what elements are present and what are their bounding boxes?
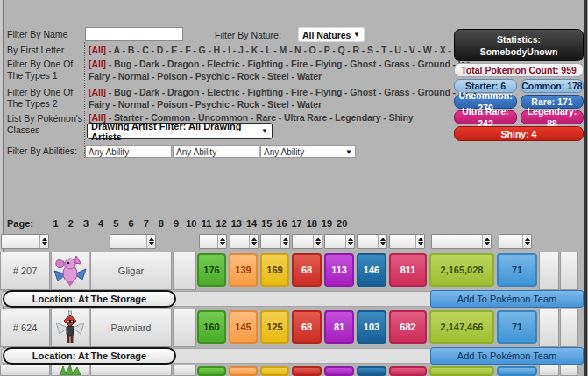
pokemon-sprite-cell[interactable]: [51, 252, 89, 290]
stat-defense: 169: [260, 253, 289, 287]
spinner-icon[interactable]: [345, 235, 354, 248]
page-link-13[interactable]: 13: [229, 218, 244, 229]
sort-spinner-sp-attack[interactable]: [292, 234, 322, 249]
stat-hp: 176: [197, 253, 226, 287]
stat-exp: 2,147,466: [429, 310, 494, 344]
stat-speed: 146: [357, 253, 386, 287]
gligar-sprite: [53, 253, 88, 288]
empty-cell: [560, 309, 578, 347]
common-count-button[interactable]: Common: 178: [521, 79, 584, 93]
types2-line2[interactable]: Fairy - Normal - Poison - Psychic - Rock…: [89, 99, 322, 110]
sort-spinner-name[interactable]: [110, 234, 156, 249]
pawniard-sprite: [53, 310, 88, 345]
spinner-icon[interactable]: [217, 235, 226, 248]
page-link-19[interactable]: 19: [319, 218, 334, 229]
sort-spinner-level[interactable]: [499, 234, 532, 249]
location-button[interactable]: Location: At The Storage: [3, 347, 176, 365]
pokemon-name[interactable]: Gligar: [90, 252, 172, 290]
ability-filter-3[interactable]: Any Ability ▼: [260, 145, 356, 158]
page-link-14[interactable]: 14: [244, 218, 259, 229]
letter-links[interactable]: [All] - A - B - C - D - E - F - G - H - …: [89, 44, 472, 56]
sort-spinner-attack[interactable]: [230, 234, 259, 249]
page-link-1[interactable]: 1: [48, 218, 63, 229]
nature-select[interactable]: All Natures ▼: [298, 27, 365, 42]
spinner-icon[interactable]: [249, 235, 258, 248]
add-to-team-button[interactable]: Add To Pokémon Team: [430, 347, 584, 365]
statistics-header-button[interactable]: Statistics: SomebodyUnown: [454, 29, 584, 61]
types1-links[interactable]: [All] - Bug - Dark - Dragon - Electric -…: [89, 58, 476, 82]
page-link-4[interactable]: 4: [94, 218, 109, 229]
stat-total: 811: [389, 253, 427, 287]
empty-cell: [173, 309, 196, 347]
page-link-6[interactable]: 6: [124, 218, 138, 229]
stat-exp: [429, 366, 494, 376]
filter-divider: [84, 42, 85, 158]
page-link-9[interactable]: 9: [169, 218, 184, 229]
pokemon-sprite-cell[interactable]: [51, 365, 89, 376]
page-link-2[interactable]: 2: [63, 218, 78, 229]
page-link-16[interactable]: 16: [274, 218, 289, 229]
add-to-team-button[interactable]: Add To Pokémon Team: [430, 290, 584, 308]
sort-spinner-number[interactable]: [1, 234, 49, 249]
statistics-username: SomebodyUnown: [480, 46, 558, 58]
page-link-11[interactable]: 11: [199, 218, 214, 229]
spinner-icon[interactable]: [39, 235, 48, 248]
page-link-3[interactable]: 3: [78, 218, 93, 229]
sort-spinner-exp[interactable]: [431, 234, 492, 249]
types2-links[interactable]: [All] - Bug - Dark - Dragon - Electric -…: [89, 86, 476, 110]
page-label: Page:: [7, 218, 33, 229]
statistics-title: Statistics:: [497, 33, 541, 46]
page-link-8[interactable]: 8: [153, 218, 168, 229]
empty-cell: [560, 365, 578, 376]
ability-filter-2[interactable]: Any Ability: [173, 145, 259, 158]
pokemon-name[interactable]: Pawniard: [90, 309, 172, 347]
types2-all-link[interactable]: [All]: [89, 87, 106, 97]
page-link-20[interactable]: 20: [335, 218, 350, 229]
pokemon-number: [0, 365, 50, 376]
pokemon-number: # 624: [0, 309, 50, 347]
first-letter-label: By First Letter: [7, 45, 86, 56]
page-link-5[interactable]: 5: [109, 218, 124, 229]
sort-spinner-speed[interactable]: [357, 234, 387, 249]
spinner-icon[interactable]: [280, 235, 289, 248]
ultra-rare-count-button[interactable]: Ultra Rare: 242: [454, 110, 517, 124]
types1-all-link[interactable]: [All]: [89, 59, 106, 69]
stat-level: 71: [497, 310, 537, 344]
ability-filter-1[interactable]: Any Ability: [85, 145, 172, 158]
pokemon-name: [90, 365, 172, 376]
page-link-7[interactable]: 7: [138, 218, 153, 229]
page-link-12[interactable]: 12: [214, 218, 229, 229]
types1-line1[interactable]: - Bug - Dark - Dragon - Electric - Fight…: [109, 59, 477, 69]
page-link-15[interactable]: 15: [259, 218, 274, 229]
letters-all-link[interactable]: [All]: [89, 45, 106, 55]
ability-filter-2-value: Any Ability: [176, 147, 216, 157]
sort-spinner-defense[interactable]: [260, 234, 290, 249]
spinner-icon[interactable]: [146, 235, 155, 248]
sort-spinner-total[interactable]: [389, 234, 425, 249]
empty-cell: [539, 252, 559, 290]
spinner-icon[interactable]: [522, 235, 531, 248]
page-link-17[interactable]: 17: [289, 218, 304, 229]
stat-total: [389, 366, 427, 376]
letter-list[interactable]: - A - B - C - D - E - F - G - H - I - J …: [109, 45, 473, 55]
stat-attack: 139: [229, 253, 258, 287]
page-link-18[interactable]: 18: [304, 218, 319, 229]
types1-line2[interactable]: Fairy - Normal - Poison - Psychic - Rock…: [89, 71, 322, 82]
sort-spinner-sp-defense[interactable]: [324, 234, 355, 249]
spinner-icon[interactable]: [313, 235, 322, 248]
spinner-icon[interactable]: [378, 235, 386, 248]
name-filter-input[interactable]: [85, 27, 183, 41]
page-link-10[interactable]: 10: [184, 218, 199, 229]
stat-hp: [197, 366, 226, 376]
drawing-artist-select[interactable]: Drawing Artist Filter: All Drawing Artis…: [87, 123, 273, 139]
spinner-icon[interactable]: [415, 235, 424, 248]
pokemon-sprite-cell[interactable]: [51, 309, 89, 347]
shiny-count-button[interactable]: Shiny: 4: [454, 126, 584, 141]
legendary-count-button[interactable]: Legendary: 88: [521, 110, 584, 124]
stat-defense: 125: [260, 310, 289, 344]
spinner-icon[interactable]: [482, 235, 491, 248]
sort-spinner-hp[interactable]: [199, 234, 227, 249]
location-button[interactable]: Location: At The Storage: [3, 290, 176, 308]
types2-line1[interactable]: - Bug - Dark - Dragon - Electric - Fight…: [109, 87, 477, 97]
filter-name-label: Filter By Name: [7, 29, 86, 40]
